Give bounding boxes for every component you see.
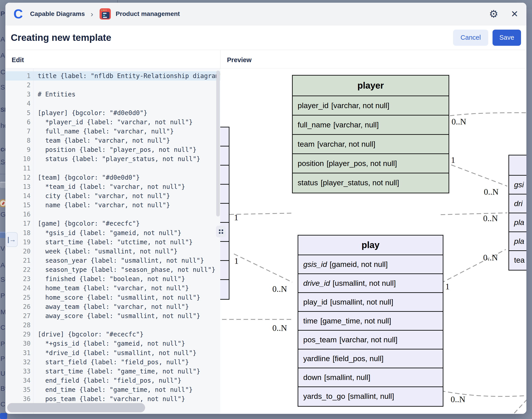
collapse-panel-button[interactable]: |→ — [6, 232, 18, 247]
er-table-row: gsi — [509, 176, 526, 195]
sidebar-divider — [0, 174, 5, 174]
modal-topbar: C Capable Diagrams › Product management … — [5, 3, 526, 25]
code-line: 8 team {label: "varchar, not null"} — [5, 136, 220, 145]
code-line: 22 season_type {label: "season_phase, no… — [5, 265, 220, 274]
er-table-row: position[player_pos, not null] — [293, 154, 449, 173]
multiplicity-label: 0..N — [484, 187, 498, 197]
code-line: 1title {label: "nfldb Entity-Relationshi… — [5, 71, 220, 80]
code-line: 7 full_name {label: "varchar, null"} — [5, 127, 220, 136]
modal-header: Creating new template Cancel Save — [5, 25, 526, 50]
template-editor-modal: C Capable Diagrams › Product management … — [5, 3, 526, 414]
code-line: 35 end_time {label: "game_time, not null… — [5, 385, 220, 394]
code-line: 36 pos_team {label: "varchar, not null"} — [5, 394, 220, 404]
er-table-player: playerplayer_id[varchar, not null]full_n… — [292, 75, 449, 193]
relation-line — [451, 165, 507, 186]
code-line: 32 start_field {label: "field_pos, null"… — [5, 357, 220, 367]
collapse-panel-icon: |→ — [7, 236, 16, 243]
er-table-title: player — [293, 76, 449, 96]
er-table-title: play — [298, 236, 443, 255]
er-table-row: dri — [509, 195, 526, 213]
code-line: 20 week {label: "usmallint, not null"} — [5, 247, 220, 256]
er-table-row — [220, 280, 229, 299]
er-table-row: drive_id[usmallint, not null] — [298, 274, 443, 293]
er-table-row: full_name[varchar, null] — [293, 116, 449, 135]
er-table-row: status[player_status, not null] — [293, 173, 449, 193]
code-line: 6 *player_id {label: "varchar, not null"… — [5, 118, 220, 127]
code-line: 19 start_time {label: "utctime, not null… — [5, 237, 220, 247]
code-line: 13 *team_id {label: "varchar, not null"} — [5, 182, 220, 191]
code-line: 25 home_score {label: "usmallint, not nu… — [5, 293, 220, 302]
er-table-row: time[game_time, not null] — [298, 312, 443, 331]
code-line: 21 season_year {label: "usmallint, not n… — [5, 256, 220, 265]
code-line: 29[drive] {bgcolor: "#ececfc"} — [5, 330, 220, 339]
multiplicity-label: 1 — [234, 212, 238, 222]
er-table-row — [220, 127, 229, 146]
er-table-row: yardline[field_pos, null] — [298, 350, 443, 368]
multiplicity-label: 0..N — [483, 213, 498, 223]
background-button-fragment — [0, 413, 7, 419]
page-title: Creating new template — [11, 32, 453, 43]
code-line: 28 — [5, 321, 220, 330]
multiplicity-label: 0..N — [483, 253, 498, 262]
code-line: 14 city {label: "varchar, not null"} — [5, 191, 220, 200]
code-line: 9 position {label: "player_pos, not null… — [5, 145, 220, 154]
er-table-row — [220, 204, 229, 223]
er-table-row: play_id[usmallint, not null] — [298, 293, 443, 312]
chevron-right-icon: › — [91, 11, 93, 17]
relation-line — [514, 394, 526, 413]
er-table-row — [220, 185, 229, 204]
pane-labels-row: Edit Preview — [5, 50, 526, 68]
er-table-play-player-partial: gsidriplaplatea — [508, 155, 526, 271]
code-line: 3# Entities — [5, 90, 220, 99]
preview-pane-label: Preview — [227, 56, 252, 64]
code-line: 24 home_team {label: "varchar, not null"… — [5, 284, 220, 293]
edit-pane-label: Edit — [12, 56, 24, 64]
er-table-row — [220, 166, 229, 185]
er-table-game-partial — [220, 127, 229, 300]
multiplicity-label: 0..N — [272, 323, 287, 333]
breadcrumb-page[interactable]: Product management — [116, 10, 180, 17]
code-line: 34 end_field {label: "field_pos, null"} — [5, 376, 220, 385]
er-table-row — [220, 242, 229, 261]
er-table-row: tea — [509, 251, 526, 270]
multiplicity-label: 1 — [445, 282, 450, 291]
code-line: 27 away_score {label: "usmallint, not nu… — [5, 311, 220, 321]
code-line: 10 status {label: "player_status, not nu… — [5, 154, 220, 164]
pane-resize-handle[interactable] — [216, 226, 226, 237]
er-table-row: down[smallint, null] — [298, 368, 443, 387]
close-icon[interactable]: ✕ — [511, 9, 518, 18]
capable-diagrams-logo-icon: C — [13, 8, 25, 20]
save-button[interactable]: Save — [493, 30, 521, 46]
relation-line — [234, 254, 292, 282]
relation-line — [450, 113, 526, 116]
code-line: 12[team] {bgcolor: "#d0e0d0"} — [5, 173, 220, 182]
code-line: 11 — [5, 164, 220, 173]
code-line: 15 name {label: "varchar, not null"} — [5, 200, 220, 210]
code-line: 5[player] {bgcolor: "#d0e0d0"} — [5, 108, 220, 118]
editor-vertical-scrollbar[interactable] — [216, 71, 220, 216]
multiplicity-label: 1 — [451, 155, 455, 165]
gear-icon[interactable]: ⚙ — [489, 9, 498, 19]
code-line: 31 *drive_id {label: "usmallint, not nul… — [5, 348, 220, 357]
er-table-play: playgsis_id[gameid, not null]drive_id[us… — [298, 235, 443, 407]
code-line: 16 — [5, 210, 220, 219]
code-line: 23 finished {label: "boolean, not null"} — [5, 274, 220, 284]
editor-horizontal-scrollbar[interactable] — [7, 403, 145, 412]
code-editor[interactable]: 1title {label: "nfldb Entity-Relationshi… — [5, 68, 220, 414]
er-table-row: pos_team[varchar, not null] — [298, 331, 443, 350]
product-management-icon — [100, 8, 111, 20]
relation-line — [229, 213, 294, 214]
code-line: 2 — [5, 80, 220, 90]
code-line: 26 away_team {label: "varchar, not null"… — [5, 302, 220, 311]
code-line: 18 *gsis_id {label: "gameid, not null"} — [5, 228, 220, 237]
er-table-row: pla — [509, 232, 526, 251]
er-table-title — [509, 156, 526, 176]
er-table-row — [220, 261, 229, 280]
breadcrumb-app[interactable]: Capable Diagrams — [30, 10, 85, 17]
er-table-row — [220, 146, 229, 166]
diagram-preview: playerplayer_id[varchar, not null]full_n… — [220, 69, 526, 414]
multiplicity-label: 0..N — [272, 284, 287, 294]
cancel-button[interactable]: Cancel — [453, 30, 488, 46]
code-line: 30 *+gsis_id {label: "gameid, not null"} — [5, 339, 220, 348]
code-line: 33 start_time {label: "game_time, not nu… — [5, 367, 220, 376]
